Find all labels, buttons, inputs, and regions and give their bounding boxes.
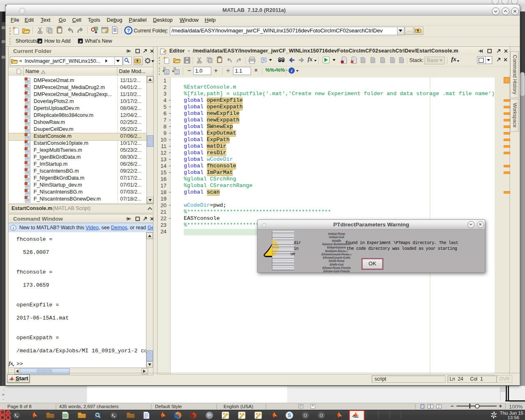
svg-text:?: ? [127,28,130,34]
svg-text:i: i [13,226,14,231]
svg-text:S: S [288,412,291,418]
svg-text:*: * [312,404,314,409]
